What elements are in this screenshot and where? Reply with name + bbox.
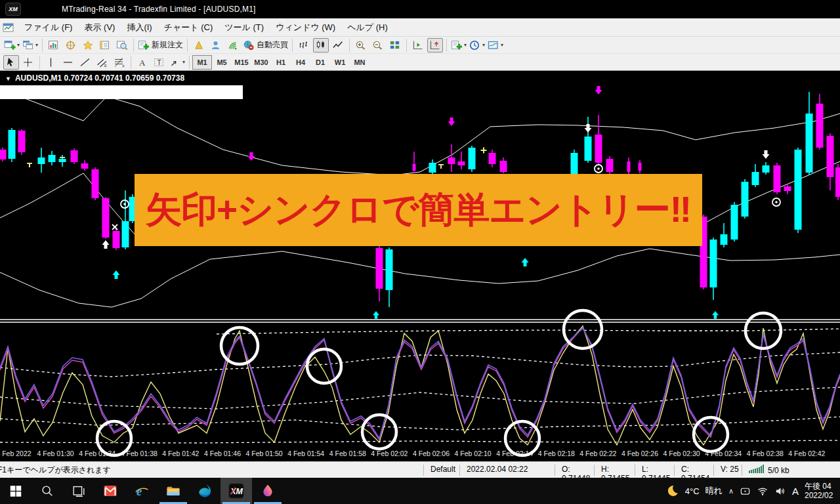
menu-item-chart[interactable]: チャート (C) [158, 19, 219, 36]
taskbar-gmail-button[interactable] [94, 478, 126, 504]
weather-moon-icon[interactable] [666, 484, 679, 497]
timeframe-d1[interactable]: D1 [310, 55, 330, 70]
taskbar-paint-drop-button[interactable] [252, 478, 284, 504]
tray-device-icon[interactable] [740, 486, 751, 497]
text-button[interactable]: A [135, 55, 150, 70]
navigator-button[interactable] [63, 38, 79, 52]
toolbar-standard: ▾▾新規注文自動売買▾▾▾ [0, 37, 840, 54]
horizontal-line-icon [62, 57, 74, 68]
periods-button[interactable]: ▾ [469, 38, 486, 52]
crosshair-icon [22, 57, 34, 68]
periods-dropdown-caret-icon[interactable]: ▾ [482, 42, 485, 48]
timeframe-h4[interactable]: H4 [291, 55, 310, 70]
taskbar-file-explorer-button[interactable] [158, 478, 189, 504]
auto-trading-icon [243, 40, 255, 51]
arrows-button[interactable]: ▾ [169, 55, 186, 70]
zoom-in-button[interactable] [353, 38, 369, 52]
strategy-tester-icon [116, 40, 128, 51]
zoom-out-button[interactable] [370, 38, 386, 52]
text-label-button[interactable]: T [152, 55, 167, 70]
price-and-indicator-plot [0, 71, 840, 461]
timeframe-m15[interactable]: M15 [232, 55, 251, 70]
signals-icon [227, 40, 239, 51]
strategy-tester-button[interactable] [114, 38, 130, 52]
new-chart-dropdown-caret-icon[interactable]: ▾ [17, 42, 20, 48]
system-tray: 4°C 晴れ ∧ A 午後 04 2022/02 [666, 478, 840, 504]
favorites-button[interactable] [80, 38, 96, 52]
ime-indicator[interactable]: A [792, 486, 799, 497]
indicators-dropdown-caret-icon[interactable]: ▾ [464, 42, 467, 48]
templates-icon [488, 40, 499, 51]
status-open: O: 0.71448 [555, 465, 594, 476]
cursor-button[interactable] [3, 55, 19, 70]
taskbar-task-view-button[interactable] [63, 478, 94, 504]
chart-canvas[interactable]: ▼AUDUSD,M1 0.70724 0.70741 0.70659 0.707… [0, 71, 840, 461]
svg-text:XM: XM [230, 487, 243, 496]
chart-shift-button[interactable] [427, 38, 443, 52]
channel-button[interactable]: E [94, 55, 110, 70]
bar-chart-button[interactable] [296, 38, 312, 52]
timeframe-mn[interactable]: MN [350, 55, 369, 70]
timeframe-m5[interactable]: M5 [212, 55, 232, 70]
profiles-button[interactable]: ▾ [22, 38, 39, 52]
taskbar-edge-button[interactable] [189, 478, 220, 504]
toolbar-separator [349, 39, 350, 52]
menu-item-help[interactable]: ヘルプ (H) [341, 19, 394, 36]
auto-trading-button[interactable]: 自動売買 [242, 38, 289, 52]
taskbar-search-button[interactable] [32, 478, 63, 504]
taskbar-start-button[interactable] [0, 478, 32, 504]
menu-item-insert[interactable]: 挿入(I) [121, 19, 158, 36]
tray-chevron-up-icon[interactable]: ∧ [728, 487, 734, 495]
volume-icon[interactable] [774, 486, 786, 497]
svg-text:E: E [104, 64, 107, 68]
timeframe-m1[interactable]: M1 [192, 55, 212, 70]
indicators-button[interactable]: ▾ [450, 38, 467, 52]
terminal-button[interactable] [97, 38, 113, 52]
status-profile[interactable]: Default [423, 465, 459, 476]
favorites-icon [82, 40, 94, 51]
taskbar-internet-explorer-button[interactable]: e [126, 478, 158, 504]
templates-dropdown-caret-icon[interactable]: ▾ [501, 42, 503, 48]
toolbar-separator [292, 39, 293, 52]
timeframe-w1[interactable]: W1 [330, 55, 350, 70]
profiles-dropdown-caret-icon[interactable]: ▾ [35, 42, 38, 48]
new-chart-icon [4, 40, 16, 51]
window-separator [0, 320, 840, 322]
wifi-icon[interactable] [757, 486, 768, 497]
templates-button[interactable]: ▾ [487, 38, 504, 52]
line-chart-button[interactable] [330, 38, 346, 52]
taskbar-xm-terminal-button[interactable]: XM [220, 478, 252, 504]
toolbar-separator [406, 39, 407, 52]
clock-date: 2022/02 [805, 491, 839, 500]
market-watch-button[interactable] [46, 38, 62, 52]
text-icon: A [136, 57, 148, 68]
menu-item-view[interactable]: 表示 (V) [78, 19, 121, 36]
toolbar-line-studies: EFAT▾M1M5M15M30H1H4D1W1MN [0, 54, 840, 71]
metaeditor-icon [193, 40, 205, 51]
community-button[interactable] [208, 38, 224, 52]
candle-chart-button[interactable] [313, 38, 329, 52]
weather-desc[interactable]: 晴れ [705, 485, 723, 497]
new-order-button[interactable]: 新規注文 [137, 38, 184, 52]
metaeditor-button[interactable] [191, 38, 207, 52]
taskbar-clock[interactable]: 午後 04 2022/02 [805, 482, 839, 500]
trendline-button[interactable] [77, 55, 93, 70]
menu-item-window[interactable]: ウィンドウ (W) [270, 19, 341, 36]
collapse-triangle-icon[interactable]: ▼ [5, 75, 11, 82]
fibonacci-button[interactable]: F [112, 55, 127, 70]
timeframe-h1[interactable]: H1 [271, 55, 291, 70]
signals-button[interactable] [225, 38, 241, 52]
start-icon [9, 484, 23, 498]
menu-item-file[interactable]: ファイル (F) [18, 19, 78, 36]
weather-temp[interactable]: 4°C [685, 486, 700, 496]
horizontal-line-button[interactable] [60, 55, 76, 70]
vertical-line-button[interactable] [43, 55, 59, 70]
menu-item-tools[interactable]: ツール (T) [219, 19, 270, 36]
crosshair-button[interactable] [20, 55, 36, 70]
new-chart-button[interactable]: ▾ [3, 38, 20, 52]
auto-scroll-button[interactable] [410, 38, 426, 52]
timeframe-m30[interactable]: M30 [251, 55, 271, 70]
arrows-dropdown-caret-icon[interactable]: ▾ [182, 59, 185, 65]
tile-windows-button[interactable] [387, 38, 403, 52]
toolbar-separator [446, 39, 447, 52]
